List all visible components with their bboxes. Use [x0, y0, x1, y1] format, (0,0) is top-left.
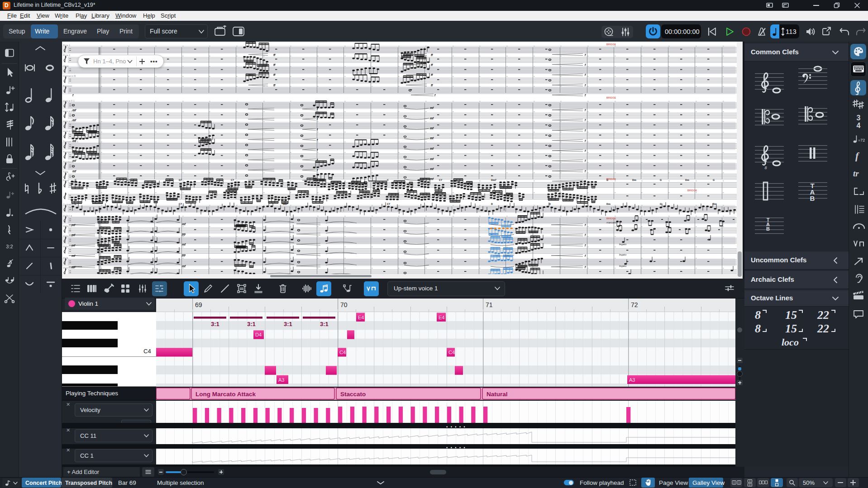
svg-text:A3: A3 — [629, 377, 635, 383]
svg-text:mf: mf — [72, 159, 76, 162]
svg-text:C7: C7 — [127, 179, 130, 181]
svg-text:legato: legato — [619, 243, 627, 246]
svg-text:mf: mf — [72, 139, 76, 142]
svg-text:BRIDGE: BRIDGE — [606, 43, 616, 46]
svg-text:Staccato: Staccato — [340, 391, 366, 398]
svg-text:ff: ff — [431, 53, 433, 57]
svg-text:mf: mf — [430, 167, 434, 171]
svg-text:f: f — [585, 63, 586, 66]
svg-text:mf: mf — [72, 254, 76, 257]
svg-text:Violin I b: Violin I b — [63, 225, 72, 227]
svg-text:E4: E4 — [439, 315, 444, 320]
svg-text:pp: pp — [181, 232, 186, 236]
svg-text:Tuba: Tuba — [63, 171, 68, 173]
svg-text:D4: D4 — [255, 332, 262, 337]
svg-text:69: 69 — [195, 301, 202, 308]
svg-text:Natural: Natural — [486, 391, 508, 398]
svg-text:mf: mf — [182, 223, 186, 226]
svg-text:mf: mf — [182, 265, 186, 268]
svg-text:Dm7: Dm7 — [491, 179, 496, 181]
svg-text:f: f — [317, 138, 318, 142]
svg-text:BRIDGE: BRIDGE — [606, 178, 616, 180]
svg-text:B: B — [810, 194, 815, 202]
svg-text:Violin I a: Violin I a — [63, 214, 72, 217]
svg-text:f: f — [585, 159, 586, 162]
svg-text:Oboe: Oboe — [63, 65, 69, 67]
svg-text:mf: mf — [430, 106, 434, 109]
svg-text:3:1: 3:1 — [284, 321, 292, 327]
svg-text:70: 70 — [340, 301, 348, 308]
svg-text:C7: C7 — [179, 203, 182, 205]
svg-text:Piano: Piano — [63, 179, 69, 182]
svg-text:legato: legato — [619, 253, 627, 256]
svg-text:ff: ff — [431, 84, 433, 87]
svg-text:C: C — [75, 179, 76, 181]
svg-text:Dm: Dm — [713, 203, 717, 205]
svg-text:C7: C7 — [387, 203, 390, 205]
svg-text:f: f — [585, 84, 586, 87]
svg-text:mf: mf — [72, 244, 76, 247]
svg-text:ff: ff — [273, 53, 276, 57]
svg-text:71: 71 — [486, 301, 493, 308]
svg-text:mf: mf — [72, 118, 76, 122]
svg-text:mf: mf — [430, 177, 434, 180]
svg-text:G7: G7 — [179, 179, 182, 181]
svg-text:Contrabass: Contrabass — [63, 203, 75, 206]
svg-text:mf: mf — [430, 137, 434, 140]
svg-text:Viola: Viola — [63, 256, 68, 259]
svg-text:f: f — [585, 118, 586, 122]
svg-text:C4: C4 — [339, 350, 346, 355]
svg-text:C7: C7 — [439, 179, 442, 181]
svg-text:ff: ff — [273, 84, 276, 87]
svg-text:G: G — [660, 179, 662, 181]
svg-text:Bb7: Bb7 — [283, 203, 287, 205]
svg-text:mf: mf — [430, 157, 434, 161]
svg-text:3:2: 3:2 — [6, 244, 13, 249]
svg-text:C: C — [387, 179, 389, 181]
svg-text:f: f — [585, 53, 586, 57]
svg-text:C7: C7 — [231, 179, 234, 181]
svg-text:Flute 1: Flute 1 — [63, 44, 70, 47]
svg-text:D: D — [549, 203, 551, 205]
svg-text:ff: ff — [431, 63, 433, 66]
svg-text:72: 72 — [631, 301, 638, 308]
svg-text:f: f — [585, 254, 586, 257]
svg-text:Bassoon: Bassoon — [63, 85, 72, 87]
svg-text:C: C — [75, 203, 76, 205]
svg-text:3:1: 3:1 — [320, 321, 329, 327]
svg-text:f: f — [585, 233, 586, 237]
svg-text:3:1: 3:1 — [247, 321, 256, 327]
svg-text:Long Marcato Attack: Long Marcato Attack — [196, 391, 256, 398]
svg-text:BRIDGE: BRIDGE — [687, 189, 697, 192]
svg-text:mf: mf — [72, 223, 76, 227]
svg-text:G: G — [660, 203, 662, 205]
svg-text:mf: mf — [430, 117, 434, 120]
svg-text:mf: mf — [72, 170, 76, 173]
svg-text:G: G — [713, 179, 715, 181]
svg-text:8: 8 — [764, 166, 767, 170]
svg-text:ff: ff — [273, 63, 276, 66]
svg-text:C4: C4 — [448, 350, 455, 355]
svg-text:Horn in F 1: Horn in F 1 — [63, 99, 75, 102]
svg-text:f: f — [585, 139, 586, 142]
svg-text:D: D — [491, 203, 493, 205]
svg-text:=72: =72 — [858, 138, 865, 142]
svg-text:mf: mf — [182, 243, 186, 246]
svg-text:mf: mf — [72, 233, 76, 237]
svg-text:marcato: marcato — [606, 221, 616, 224]
svg-text:Dm: Dm — [606, 203, 610, 205]
svg-text:mf: mf — [430, 127, 434, 130]
svg-text:E4: E4 — [358, 315, 364, 320]
svg-text:mf: mf — [72, 149, 76, 152]
svg-text:mf: mf — [72, 129, 76, 132]
svg-text:B: B — [766, 226, 770, 232]
svg-text:Clarinet in B: Clarinet in B — [63, 75, 76, 77]
svg-text:Flute 2: Flute 2 — [63, 54, 70, 57]
svg-text:3:1: 3:1 — [211, 321, 219, 327]
svg-text:Dm: Dm — [632, 179, 636, 181]
svg-text:BRIDGE: BRIDGE — [606, 217, 616, 220]
svg-text:mf: mf — [430, 147, 434, 150]
svg-text:BRIDGE: BRIDGE — [606, 96, 616, 99]
svg-text:Dm: Dm — [685, 179, 689, 181]
svg-text:pp: pp — [181, 253, 186, 257]
